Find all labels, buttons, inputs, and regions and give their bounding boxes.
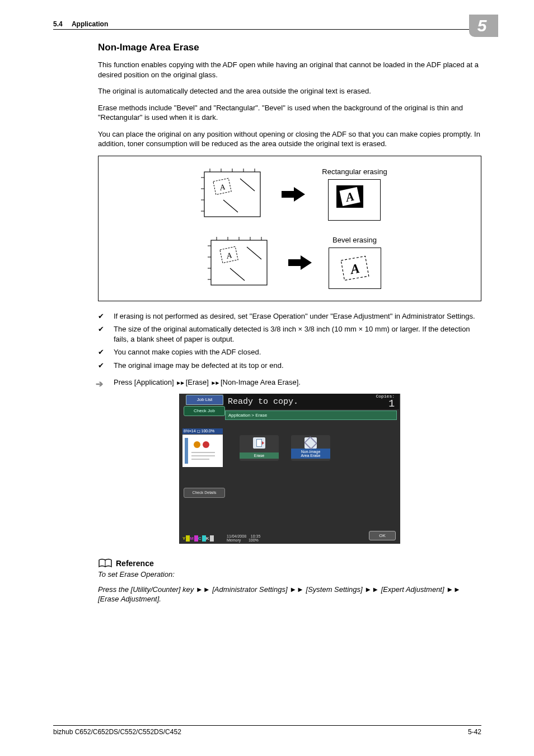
note-item: The size of the original automatically d… bbox=[98, 324, 481, 344]
scanner-glass-icon: A bbox=[192, 167, 265, 221]
footer-model: bizhub C652/C652DS/C552/C552DS/C452 bbox=[53, 728, 181, 736]
footer-page: 5-42 bbox=[468, 728, 481, 736]
check-job-button[interactable]: Check Job bbox=[184, 406, 225, 416]
paragraph: You can place the original on any positi… bbox=[98, 129, 481, 149]
note-item: If erasing is not performed as desired, … bbox=[98, 311, 481, 321]
svg-rect-0 bbox=[204, 172, 260, 217]
svg-rect-35 bbox=[185, 438, 188, 464]
svg-marker-14 bbox=[282, 187, 305, 202]
paragraph: Erase methods include "Bevel" and "Recta… bbox=[98, 103, 481, 123]
erase-icon bbox=[253, 437, 265, 449]
note-item: You cannot make copies with the ADF clos… bbox=[98, 347, 481, 357]
datetime: 11/04/2008 10:35 Memory 100% bbox=[227, 534, 260, 543]
svg-rect-18 bbox=[211, 240, 267, 285]
reference-line2: Press the [Utility/Counter] key ►► [Admi… bbox=[98, 585, 481, 604]
diagram-label-rectangular: Rectangular erasing bbox=[322, 167, 387, 176]
svg-point-37 bbox=[203, 441, 209, 448]
result-bevel-icon: A bbox=[329, 248, 381, 289]
status-bar: Ready to copy. Copies: 1 bbox=[223, 394, 399, 409]
non-image-erase-icon bbox=[305, 437, 317, 449]
notes-list: If erasing is not performed as desired, … bbox=[98, 311, 481, 371]
svg-marker-32 bbox=[288, 255, 312, 270]
preview-panel: 8½×14 ◻ 100.0% bbox=[182, 428, 223, 475]
toner-levels: Y M C K bbox=[182, 535, 214, 542]
copies-value: 1 bbox=[376, 399, 395, 409]
reference-line1: To set Erase Operation: bbox=[98, 570, 481, 580]
breadcrumb: Application > Erase bbox=[225, 410, 397, 420]
result-rectangular-icon: A bbox=[328, 179, 381, 221]
erase-label: Erase bbox=[240, 452, 279, 459]
non-image-erase-label: Non-Image Area Erase bbox=[291, 449, 330, 459]
erase-button[interactable]: Erase bbox=[240, 435, 279, 461]
non-image-area-erase-button[interactable]: Non-Image Area Erase bbox=[291, 435, 330, 461]
ok-button[interactable]: OK bbox=[369, 531, 396, 540]
scanner-glass-icon: A bbox=[199, 236, 271, 290]
job-list-tab[interactable]: Job List bbox=[186, 395, 223, 405]
book-icon bbox=[98, 558, 113, 568]
svg-point-36 bbox=[194, 441, 200, 448]
section-number: 5.4 bbox=[53, 20, 63, 28]
chapter-badge: 5 bbox=[469, 15, 498, 37]
section-title: Application bbox=[72, 20, 108, 28]
preview-header: 8½×14 ◻ 100.0% bbox=[182, 428, 223, 434]
ready-text: Ready to copy. bbox=[228, 397, 298, 407]
diagram: A Rectangular erasing A bbox=[98, 156, 481, 301]
paragraph: This function enables copying with the A… bbox=[98, 60, 481, 80]
arrow-right-icon bbox=[282, 187, 305, 202]
arrow-right-icon bbox=[288, 255, 312, 270]
arrow-right-icon: ➔ bbox=[96, 378, 103, 390]
diagram-label-bevel: Bevel erasing bbox=[332, 236, 377, 244]
note-item: The original image may be defected at it… bbox=[98, 361, 481, 371]
reference-heading: Reference bbox=[98, 558, 481, 568]
page-footer: bizhub C652/C652DS/C552/C552DS/C452 5-42 bbox=[53, 725, 481, 736]
paragraph: The original is automatically detected a… bbox=[98, 86, 481, 96]
ui-screenshot: Job List Ready to copy. Copies: 1 Check … bbox=[179, 394, 400, 544]
instruction-line: ➔ Press [Application] ►► [Erase] ►► [Non… bbox=[98, 377, 481, 388]
reference-label: Reference bbox=[116, 559, 154, 568]
page-header: 5.4 Application 5 bbox=[53, 20, 481, 30]
check-details-button[interactable]: Check Details bbox=[184, 488, 225, 498]
page-title: Non-Image Area Erase bbox=[98, 42, 481, 53]
